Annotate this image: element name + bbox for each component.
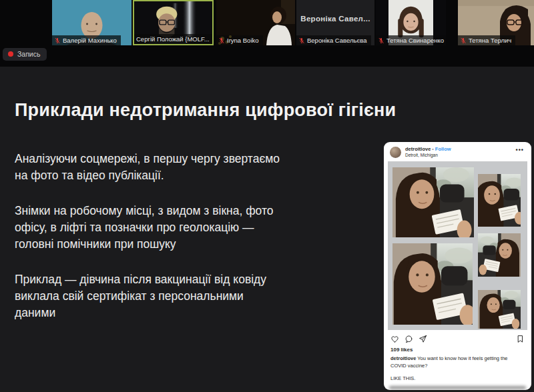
recording-indicator[interactable]: Запись bbox=[3, 48, 47, 61]
post-caption: detroitlove You want to know how it feel… bbox=[384, 353, 531, 370]
post-image-collage bbox=[388, 161, 527, 330]
participant-tile-iryna[interactable]: Iryna Boiko bbox=[216, 0, 295, 45]
follow-button[interactable]: Follow bbox=[435, 146, 451, 152]
participant-name-bar: Сергій Положай {MOLF... bbox=[134, 34, 212, 44]
participant-tile-serhii[interactable]: Сергій Положай {MOLF... bbox=[133, 0, 214, 45]
slide-paragraph: Знімки на робочому місці, з видом з вікн… bbox=[15, 203, 335, 253]
mic-off-icon bbox=[54, 37, 61, 44]
caption-username[interactable]: detroitlove bbox=[390, 355, 416, 361]
like-heart-icon[interactable] bbox=[390, 335, 399, 343]
participant-name: Iryna Boiko bbox=[227, 37, 259, 44]
collage-photo bbox=[392, 167, 474, 237]
share-plane-icon[interactable] bbox=[419, 335, 427, 343]
participant-tile-valerii[interactable]: Валерій Махинько bbox=[52, 0, 131, 45]
record-dot-icon bbox=[8, 51, 13, 57]
collage-photo bbox=[478, 174, 521, 227]
instagram-post-header: detroitlove•Follow Detroit, Michigan ••• bbox=[384, 142, 531, 161]
mic-off-icon bbox=[218, 37, 225, 44]
participant-name-bar: Тетяна Терлич bbox=[458, 35, 515, 45]
post-header-text: detroitlove•Follow Detroit, Michigan bbox=[405, 146, 512, 158]
collage-photo bbox=[478, 233, 521, 277]
mic-off-icon bbox=[460, 37, 467, 44]
participant-name: Вероніка Савельєва bbox=[307, 37, 367, 44]
participant-tile-tetiana-t[interactable]: Тетяна Терлич bbox=[458, 0, 534, 45]
caption-line2: LIKE THIS. bbox=[384, 370, 531, 381]
likes-count[interactable]: 109 likes bbox=[384, 346, 531, 353]
dot-separator: • bbox=[432, 147, 433, 151]
participant-name: Валерій Махинько bbox=[63, 37, 117, 44]
comment-icon[interactable] bbox=[405, 335, 413, 343]
mic-off-icon bbox=[298, 37, 305, 44]
participant-name-bar: Тетяна Свинаренко bbox=[376, 35, 446, 45]
slide-paragraph: Приклад — дівчина після вакцинації від к… bbox=[15, 271, 335, 321]
participant-overlay-name: Вероніка Савел... bbox=[296, 15, 374, 23]
post-location[interactable]: Detroit, Michigan bbox=[405, 153, 512, 158]
participant-name: Тетяна Свинаренко bbox=[386, 37, 444, 44]
slide-paragraph: Аналізуючи соцмережі, в першу чергу звер… bbox=[15, 151, 335, 184]
collage-photo bbox=[478, 290, 521, 329]
slide-body: Аналізуючи соцмережі, в першу чергу звер… bbox=[15, 151, 335, 340]
presentation-slide: Приклади недотримання цифрової гігієни А… bbox=[0, 67, 534, 392]
participant-tile-veronika[interactable]: Вероніка Савел... Вероніка Савельєва bbox=[296, 0, 374, 45]
avatar[interactable] bbox=[390, 147, 401, 158]
post-action-bar bbox=[384, 330, 531, 346]
recording-label: Запись bbox=[17, 50, 40, 58]
participant-name-bar: Валерій Махинько bbox=[52, 35, 121, 45]
slide-title: Приклади недотримання цифрової гігієни bbox=[15, 100, 396, 121]
participant-tile-tetiana-s[interactable]: Тетяна Свинаренко bbox=[376, 0, 446, 45]
mic-off-icon bbox=[378, 37, 384, 44]
participant-name: Сергій Положай {MOLF... bbox=[136, 35, 210, 43]
participant-name: Тетяна Терлич bbox=[469, 37, 511, 44]
instagram-post: detroitlove•Follow Detroit, Michigan ••• bbox=[384, 142, 531, 390]
collage-photo bbox=[392, 243, 473, 325]
bookmark-icon[interactable] bbox=[516, 335, 525, 343]
more-options-icon[interactable]: ••• bbox=[516, 147, 525, 157]
post-username[interactable]: detroitlove bbox=[405, 146, 431, 152]
participant-name-bar: Вероніка Савельєва bbox=[296, 35, 371, 45]
blurred-comment-strip bbox=[389, 386, 526, 389]
zoom-meeting-screen: Валерій Махинько Сергій Положай {MOLF... bbox=[0, 0, 534, 392]
participant-name-bar: Iryna Boiko bbox=[216, 35, 263, 45]
participant-strip: Валерій Махинько Сергій Положай {MOLF... bbox=[0, 0, 534, 45]
